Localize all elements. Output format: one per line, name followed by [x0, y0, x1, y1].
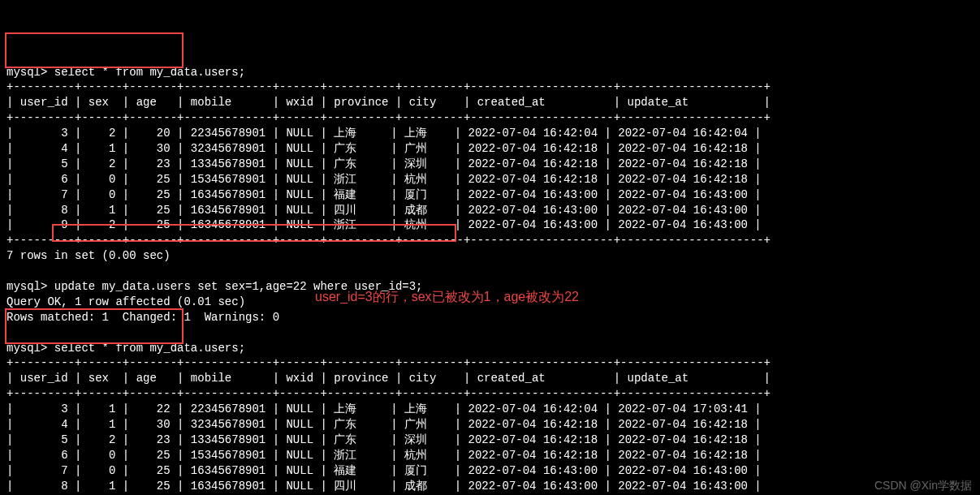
terminal-output: mysql> select * from my_data.users; +---…: [6, 65, 974, 495]
highlight-box-header1: [5, 32, 183, 68]
annotation-text: user_id=3的行，sex已被改为1，age被改为22: [315, 288, 579, 306]
highlight-box-header2: [5, 308, 183, 344]
highlight-box-update-query: [52, 224, 456, 242]
watermark: CSDN @Xin学数据: [874, 478, 972, 493]
